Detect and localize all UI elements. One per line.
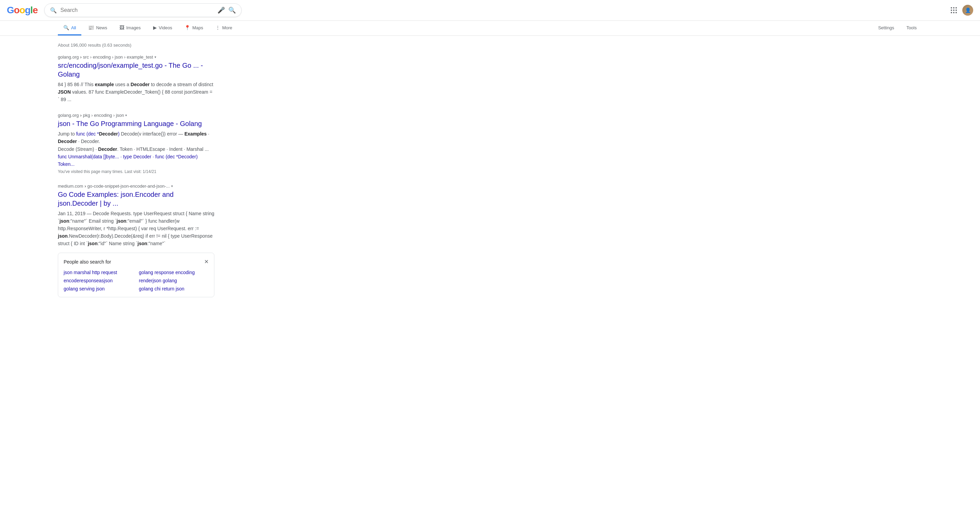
result-url-line: golang.org › pkg › encoding › json ▾ [58,113,215,118]
people-search-link[interactable]: golang serving json [64,286,134,292]
result-visited: You've visited this page many times. Las… [58,169,215,174]
people-search-link[interactable]: golang chi return json [139,286,208,292]
tab-more[interactable]: ⋮ More [210,21,238,35]
tab-all[interactable]: 🔍 All [58,21,81,35]
close-button[interactable]: ✕ [204,259,208,265]
results-info: About 196,000 results (0.63 seconds) [58,43,215,48]
result-item: medium.com › go-code-snippet-json-encode… [58,184,215,298]
people-search-link[interactable]: json marshal http request [64,270,134,275]
tab-videos[interactable]: ▶ Videos [148,21,178,35]
people-search-link[interactable]: renderjson golang [139,278,208,283]
videos-tab-icon: ▶ [153,25,157,30]
url-chevron-icon[interactable]: ▾ [125,113,127,117]
tools-link[interactable]: Tools [901,21,922,35]
search-input[interactable] [60,7,214,13]
search-button-icon[interactable]: 🔍 [228,6,236,14]
search-bar: 🔍 🎤 🔍 [44,3,242,17]
tab-images[interactable]: 🖼 Images [114,21,146,35]
result-item: golang.org › src › encoding › json › exa… [58,54,215,103]
people-also-search-header: People also search for ✕ [64,259,208,265]
tab-maps[interactable]: 📍 Maps [179,21,208,35]
result-item: golang.org › pkg › encoding › json ▾ jso… [58,113,215,174]
result-snippet: Jump to func (dec *Decoder) Decode(v int… [58,130,215,168]
url-chevron-icon[interactable]: ▾ [171,184,173,188]
google-logo[interactable]: Google [7,5,37,16]
apps-icon[interactable] [951,7,957,13]
microphone-icon[interactable]: 🎤 [218,6,225,14]
result-url-line: golang.org › src › encoding › json › exa… [58,54,215,60]
tab-news[interactable]: 📰 News [83,21,113,35]
header: Google 🔍 🎤 🔍 👤 [0,0,980,21]
images-tab-icon: 🖼 [119,25,124,30]
result-url-path: src › encoding › json › example_test [83,54,153,60]
news-tab-icon: 📰 [88,25,94,30]
result-url-path: go-code-snippet-json-encoder-and-json-..… [88,184,170,188]
snippet-link[interactable]: func (dec *Decoder) [76,131,120,137]
nav-settings-tools: Settings Tools [873,21,922,35]
search-icon: 🔍 [50,7,57,14]
nav-tabs: 🔍 All 📰 News 🖼 Images ▶ Videos 📍 Maps ⋮ … [0,21,980,36]
url-chevron-icon[interactable]: ▾ [154,55,156,59]
more-tab-icon: ⋮ [215,25,220,30]
result-url-path: pkg › encoding › json [83,113,124,118]
people-also-search-box: People also search for ✕ json marshal ht… [58,253,215,297]
people-search-link[interactable]: encoderesponseasjson [64,278,134,283]
avatar[interactable]: 👤 [962,5,973,16]
result-title[interactable]: src/encoding/json/example_test.go - The … [58,61,215,79]
settings-link[interactable]: Settings [873,21,900,35]
result-title[interactable]: json - The Go Programming Language - Gol… [58,119,215,128]
result-url-domain: medium.com [58,184,83,188]
result-snippet: 84 } 85 86 // This example uses a Decode… [58,81,215,103]
result-snippet: Jan 11, 2019 — Decode Requests. type Use… [58,210,215,247]
result-url-domain: golang.org [58,54,79,60]
result-url-line: medium.com › go-code-snippet-json-encode… [58,184,215,188]
people-also-search-title: People also search for [64,259,111,265]
all-tab-icon: 🔍 [63,25,69,30]
snippet-link-2[interactable]: func Unmarshal(data []byte... · type Dec… [58,154,198,167]
search-bar-wrapper: 🔍 🎤 🔍 [44,3,242,17]
main-content: About 196,000 results (0.63 seconds) gol… [0,36,272,314]
header-right: 👤 [951,5,973,16]
result-url-domain: golang.org [58,113,79,118]
people-grid: json marshal http request golang respons… [64,270,208,292]
people-search-link[interactable]: golang response encoding [139,270,208,275]
maps-tab-icon: 📍 [185,25,190,30]
result-title[interactable]: Go Code Examples: json.Encoder and json.… [58,190,215,208]
